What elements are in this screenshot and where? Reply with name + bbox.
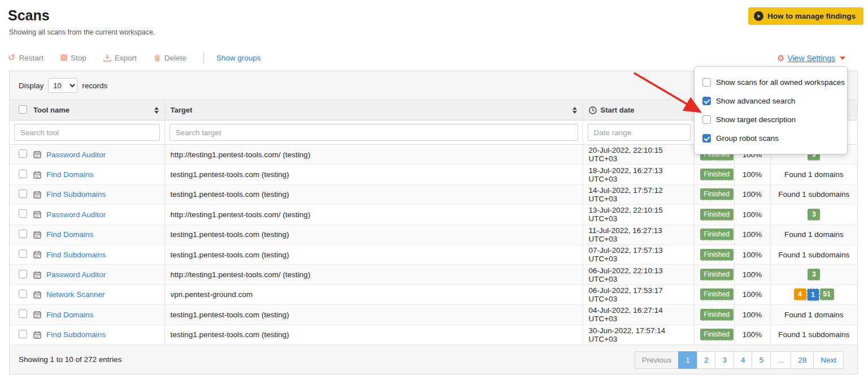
start-date-header-label: Start date — [601, 106, 635, 114]
findings-high-badge[interactable]: 4 — [794, 288, 806, 300]
scan-progress: 100% — [734, 225, 770, 244]
scan-target: vpn.pentest-ground.com — [164, 285, 583, 304]
stop-icon — [60, 54, 67, 61]
row-checkbox[interactable] — [19, 189, 27, 198]
calendar-icon — [33, 191, 41, 199]
restart-button[interactable]: ↺ Restart — [8, 53, 44, 62]
pagination-page-4[interactable]: 4 — [734, 351, 753, 369]
menu-item-group-robot-scans[interactable]: Group robot scans — [702, 129, 839, 148]
checkbox-checked-icon[interactable] — [702, 134, 711, 143]
row-checkbox[interactable] — [19, 230, 27, 238]
select-all-checkbox[interactable] — [19, 105, 27, 114]
menu-item-show-all-workspaces[interactable]: Show scans for all owned workspaces — [702, 73, 839, 92]
row-checkbox[interactable] — [19, 290, 27, 298]
scan-target: http://testing1.pentest-tools.com/ (test… — [164, 205, 583, 225]
scan-actions-toolbar: ↺ Restart Stop Export Delete Show groups — [8, 52, 261, 63]
pagination-page-2[interactable]: 2 — [697, 351, 716, 369]
row-checkbox[interactable] — [19, 170, 27, 178]
scan-progress: 100% — [734, 325, 770, 344]
stop-button[interactable]: Stop — [60, 54, 86, 62]
findings-info-badge[interactable]: 1 — [807, 288, 819, 301]
column-header-start-date[interactable]: Start date — [583, 100, 694, 120]
scan-tool-link[interactable]: Find Subdomains — [46, 190, 106, 199]
table-row: Find Domains testing1.pentest-tools.com … — [10, 305, 857, 325]
row-checkbox[interactable] — [19, 249, 27, 258]
row-checkbox[interactable] — [19, 309, 27, 318]
export-label: Export — [115, 54, 137, 62]
scan-start-date: 18-Jul-2022, 16:27:13 UTC+03 — [583, 165, 694, 184]
display-label: Display — [19, 81, 44, 90]
pagination-next-button[interactable]: Next — [813, 351, 844, 369]
pagination-page-3[interactable]: 3 — [715, 351, 734, 369]
row-checkbox[interactable] — [19, 330, 27, 338]
findings-text: Found 1 subdomains — [778, 251, 849, 259]
date-range-input[interactable] — [588, 124, 691, 141]
pagination-page-1[interactable]: 1 — [678, 351, 697, 369]
records-per-page-select[interactable]: 10 — [48, 78, 77, 93]
findings-text: Found 1 domains — [784, 170, 843, 179]
menu-item-show-advanced-search[interactable]: Show advanced search — [702, 92, 839, 110]
status-badge: Finished — [700, 188, 734, 200]
show-groups-link[interactable]: Show groups — [216, 54, 261, 62]
checkbox-checked-icon[interactable] — [702, 97, 711, 105]
table-row: Find Subdomains testing1.pentest-tools.c… — [10, 184, 857, 204]
scan-tool-link[interactable]: Find Domains — [46, 311, 93, 319]
page-title: Scans — [8, 7, 50, 24]
calendar-icon — [33, 291, 41, 299]
table-row: Find Subdomains testing1.pentest-tools.c… — [10, 325, 857, 344]
scan-tool-link[interactable]: Password Auditor — [46, 210, 106, 219]
help-button-label: How to manage findings — [767, 12, 856, 20]
gear-icon: ⚙ — [777, 54, 784, 63]
findings-count-badge[interactable]: 3 — [808, 269, 820, 281]
row-checkbox[interactable] — [19, 270, 27, 278]
calendar-icon — [33, 331, 41, 339]
status-badge: Finished — [700, 329, 734, 341]
scan-tool-link[interactable]: Find Domains — [46, 170, 93, 179]
pagination-page-5[interactable]: 5 — [752, 351, 771, 369]
menu-item-show-target-description[interactable]: Show target description — [702, 110, 839, 129]
table-row: Find Subdomains testing1.pentest-tools.c… — [10, 244, 857, 264]
calendar-icon — [33, 231, 41, 239]
scan-tool-link[interactable]: Password Auditor — [46, 150, 106, 159]
view-settings-link[interactable]: ⚙ View Settings — [777, 54, 845, 63]
status-badge: Finished — [700, 288, 734, 300]
scan-start-date: 04-Jul-2022, 16:27:14 UTC+03 — [583, 305, 694, 325]
scan-target: http://testing1.pentest-tools.com/ (test… — [164, 145, 583, 165]
checkbox-unchecked-icon[interactable] — [702, 78, 711, 87]
pagination-page-28[interactable]: 28 — [791, 351, 814, 369]
scan-start-date: 06-Jul-2022, 22:10:13 UTC+03 — [583, 265, 694, 285]
scan-tool-link[interactable]: Password Auditor — [46, 270, 106, 279]
scan-tool-link[interactable]: Find Domains — [46, 230, 93, 239]
column-header-tool-name[interactable]: Tool name — [28, 100, 164, 120]
column-header-target[interactable]: Target — [164, 100, 583, 120]
findings-low-badge[interactable]: 51 — [820, 288, 834, 300]
pagination-previous-button[interactable]: Previous — [635, 351, 679, 369]
target-header-label: Target — [171, 106, 193, 114]
scan-progress: 100% — [734, 184, 770, 204]
scan-progress: 100% — [734, 305, 770, 325]
status-badge: Finished — [700, 229, 734, 240]
calendar-icon — [33, 251, 41, 259]
scan-tool-link[interactable]: Network Scanner — [46, 290, 105, 299]
table-row: Find Domains testing1.pentest-tools.com … — [10, 225, 857, 244]
scan-tool-link[interactable]: Find Subdomains — [46, 330, 106, 339]
scan-tool-link[interactable]: Find Subdomains — [46, 251, 106, 259]
scan-start-date: 20-Jul-2022, 22:10:15 UTC+03 — [583, 145, 694, 165]
chevron-down-icon — [840, 57, 845, 60]
sort-icon[interactable] — [154, 107, 159, 114]
export-button[interactable]: Export — [103, 54, 137, 62]
delete-button[interactable]: Delete — [154, 54, 186, 62]
sort-icon[interactable] — [572, 107, 577, 114]
delete-label: Delete — [164, 54, 186, 62]
search-target-input[interactable] — [170, 124, 578, 141]
row-checkbox[interactable] — [19, 209, 27, 218]
restart-icon: ↺ — [8, 53, 15, 62]
how-to-manage-findings-button[interactable]: How to manage findings — [748, 7, 863, 25]
findings-count-badge[interactable]: 3 — [808, 209, 820, 221]
scan-target: testing1.pentest-tools.com (testing) — [164, 244, 583, 264]
scan-start-date: 13-Jul-2022, 22:10:15 UTC+03 — [583, 205, 694, 225]
checkbox-unchecked-icon[interactable] — [702, 115, 711, 124]
row-checkbox[interactable] — [19, 149, 27, 158]
scan-target: testing1.pentest-tools.com (testing) — [164, 225, 583, 244]
search-tool-input[interactable] — [14, 124, 160, 141]
